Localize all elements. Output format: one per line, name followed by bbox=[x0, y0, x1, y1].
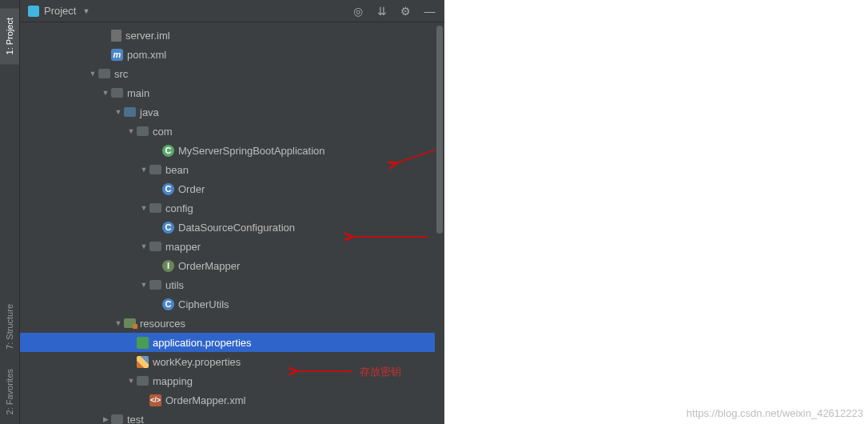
file-type-icon: I bbox=[162, 260, 174, 272]
tree-item-label: utils bbox=[165, 279, 184, 291]
scrollbar[interactable] bbox=[435, 22, 444, 424]
package-config[interactable]: ▼config bbox=[20, 198, 444, 218]
file-type-icon bbox=[124, 107, 136, 117]
file-type-icon bbox=[137, 376, 149, 386]
tree-item-label: MyServerSpringBootApplication bbox=[178, 145, 325, 157]
folder-mapping[interactable]: ▼mapping bbox=[20, 371, 444, 390]
file-workkey-properties[interactable]: workKey.properties bbox=[20, 352, 444, 371]
hide-icon[interactable]: — bbox=[424, 5, 436, 18]
package-utils[interactable]: ▼utils bbox=[20, 275, 444, 294]
expander-icon[interactable]: ▼ bbox=[87, 70, 98, 78]
file-type-icon: C bbox=[162, 298, 174, 310]
tree-item-label: config bbox=[165, 202, 193, 214]
panel-header: Project ▼ ◎ ⇊ ⚙ — bbox=[20, 0, 444, 22]
package-mapper[interactable]: ▼mapper bbox=[20, 237, 444, 256]
file-type-icon bbox=[149, 165, 161, 174]
file-application-properties[interactable]: application.properties bbox=[20, 333, 444, 352]
chevron-down-icon: ▼ bbox=[82, 7, 90, 15]
expander-icon[interactable]: ▼ bbox=[138, 242, 149, 250]
expander-icon[interactable]: ▼ bbox=[125, 127, 137, 135]
file-type-icon: C bbox=[162, 183, 174, 195]
tree-item-label: mapping bbox=[153, 375, 193, 387]
tree-item-label: main bbox=[127, 87, 149, 99]
expander-icon[interactable]: ▼ bbox=[138, 281, 149, 289]
tree-item-label: src bbox=[114, 68, 128, 80]
tree-item-label: OrderMapper bbox=[178, 260, 240, 272]
tree-item-label: mapper bbox=[165, 241, 201, 253]
panel-title-dropdown[interactable]: Project ▼ bbox=[28, 5, 90, 17]
tree-item-label: test bbox=[127, 414, 144, 425]
file-type-icon bbox=[124, 318, 136, 328]
folder-main[interactable]: ▼main bbox=[20, 83, 444, 102]
rail-tab-favorites[interactable]: 2: Favorites bbox=[0, 359, 19, 424]
watermark: https://blog.csdn.net/weixin_42612223 bbox=[687, 407, 863, 419]
file-type-icon: C bbox=[162, 145, 174, 157]
panel-title-label: Project bbox=[44, 5, 76, 17]
file-type-icon: m bbox=[111, 49, 123, 61]
expander-icon[interactable]: ▼ bbox=[113, 319, 124, 327]
folder-resources[interactable]: ▼resources bbox=[20, 314, 444, 333]
project-tree[interactable]: 启动类 自定义数据源配置 存放密钥 server.imlmpom.xml▼src… bbox=[20, 22, 444, 424]
rail-tab-structure[interactable]: 7: Structure bbox=[0, 294, 19, 359]
folder-test[interactable]: ▶test bbox=[20, 410, 444, 424]
expander-icon[interactable]: ▶ bbox=[100, 415, 111, 423]
tree-item-label: resources bbox=[140, 318, 185, 330]
gear-icon[interactable]: ⚙ bbox=[400, 5, 412, 18]
class-order[interactable]: COrder bbox=[20, 179, 444, 198]
class-cipher-utils[interactable]: CCipherUtils bbox=[20, 294, 444, 314]
class-datasource-config[interactable]: CDataSourceConfiguration bbox=[20, 218, 444, 237]
tree-item-label: workKey.properties bbox=[153, 356, 241, 368]
left-tool-rail: 1: Project 7: Structure 2: Favorites bbox=[0, 0, 20, 424]
package-bean[interactable]: ▼bean bbox=[20, 160, 444, 179]
folder-java[interactable]: ▼java bbox=[20, 102, 444, 122]
tree-item-label: Order bbox=[178, 183, 205, 195]
expander-icon[interactable]: ▼ bbox=[100, 89, 111, 97]
collapse-all-icon[interactable]: ⇊ bbox=[376, 5, 388, 18]
scroll-thumb[interactable] bbox=[436, 26, 443, 234]
file-type-icon bbox=[137, 337, 149, 349]
file-type-icon bbox=[98, 69, 110, 78]
file-type-icon bbox=[111, 30, 121, 42]
file-ordermapper-xml[interactable]: </>OrderMapper.xml bbox=[20, 390, 444, 410]
tree-item-label: java bbox=[140, 106, 159, 118]
file-type-icon bbox=[111, 88, 123, 98]
file-type-icon bbox=[149, 242, 161, 251]
rail-tab-project[interactable]: 1: Project bbox=[0, 8, 19, 64]
file-type-icon: C bbox=[162, 222, 174, 234]
tree-item-label: CipherUtils bbox=[178, 298, 229, 310]
project-panel: Project ▼ ◎ ⇊ ⚙ — 启动 bbox=[20, 0, 444, 424]
file-type-icon: </> bbox=[149, 394, 161, 406]
class-myserver-app[interactable]: CMyServerSpringBootApplication bbox=[20, 141, 444, 160]
expander-icon[interactable]: ▼ bbox=[125, 377, 137, 385]
expander-icon[interactable]: ▼ bbox=[138, 166, 149, 174]
tree-item-label: DataSourceConfiguration bbox=[178, 222, 295, 234]
locate-icon[interactable]: ◎ bbox=[352, 5, 364, 18]
file-type-icon bbox=[137, 126, 149, 136]
file-type-icon bbox=[111, 414, 123, 424]
folder-src[interactable]: ▼src bbox=[20, 64, 444, 83]
file-type-icon bbox=[149, 203, 161, 213]
package-com[interactable]: ▼com bbox=[20, 122, 444, 141]
expander-icon[interactable]: ▼ bbox=[138, 204, 149, 212]
expander-icon[interactable]: ▼ bbox=[113, 108, 124, 116]
file-pom-xml[interactable]: mpom.xml bbox=[20, 45, 444, 64]
interface-order-mapper[interactable]: IOrderMapper bbox=[20, 256, 444, 275]
tree-item-label: server.iml bbox=[125, 30, 170, 42]
blank-area bbox=[444, 0, 869, 424]
tree-item-label: OrderMapper.xml bbox=[165, 394, 245, 406]
panel-toolbar: ◎ ⇊ ⚙ — bbox=[352, 5, 436, 18]
tree-item-label: pom.xml bbox=[127, 49, 166, 61]
tree-item-label: bean bbox=[165, 164, 189, 176]
file-type-icon bbox=[137, 356, 149, 368]
ide-window: 1: Project 7: Structure 2: Favorites Pro… bbox=[0, 0, 868, 424]
file-server-iml[interactable]: server.iml bbox=[20, 26, 444, 45]
file-type-icon bbox=[149, 280, 161, 290]
tree-item-label: application.properties bbox=[153, 337, 252, 349]
project-icon bbox=[28, 6, 39, 17]
tree-item-label: com bbox=[153, 126, 173, 138]
